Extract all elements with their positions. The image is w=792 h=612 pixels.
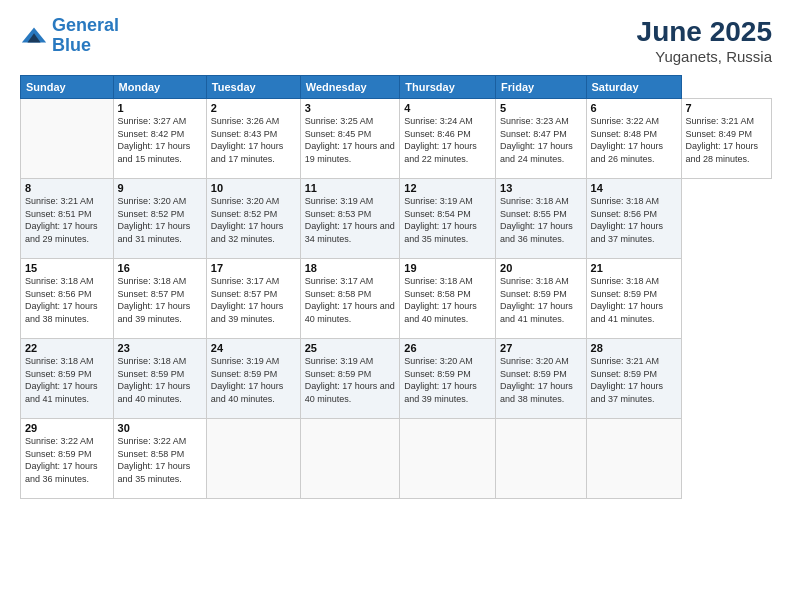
- day-number: 15: [25, 262, 109, 274]
- table-row: 12Sunrise: 3:19 AMSunset: 8:54 PMDayligh…: [400, 179, 496, 259]
- day-info: Sunrise: 3:18 AMSunset: 8:56 PMDaylight:…: [591, 195, 677, 245]
- day-number: 14: [591, 182, 677, 194]
- table-row: [300, 419, 400, 499]
- table-row: 29Sunrise: 3:22 AMSunset: 8:59 PMDayligh…: [21, 419, 114, 499]
- col-monday: Monday: [113, 76, 206, 99]
- day-number: 23: [118, 342, 202, 354]
- table-row: 19Sunrise: 3:18 AMSunset: 8:58 PMDayligh…: [400, 259, 496, 339]
- day-info: Sunrise: 3:18 AMSunset: 8:59 PMDaylight:…: [591, 275, 677, 325]
- day-number: 26: [404, 342, 491, 354]
- table-row: [496, 419, 586, 499]
- day-number: 22: [25, 342, 109, 354]
- table-row: 20Sunrise: 3:18 AMSunset: 8:59 PMDayligh…: [496, 259, 586, 339]
- day-info: Sunrise: 3:22 AMSunset: 8:48 PMDaylight:…: [591, 115, 677, 165]
- day-number: 19: [404, 262, 491, 274]
- table-row: 1Sunrise: 3:27 AMSunset: 8:42 PMDaylight…: [113, 99, 206, 179]
- table-row: [400, 419, 496, 499]
- day-info: Sunrise: 3:18 AMSunset: 8:58 PMDaylight:…: [404, 275, 491, 325]
- day-number: 28: [591, 342, 677, 354]
- logo-line1: General: [52, 15, 119, 35]
- day-number: 20: [500, 262, 581, 274]
- table-row: 3Sunrise: 3:25 AMSunset: 8:45 PMDaylight…: [300, 99, 400, 179]
- table-row: 17Sunrise: 3:17 AMSunset: 8:57 PMDayligh…: [206, 259, 300, 339]
- table-row: 13Sunrise: 3:18 AMSunset: 8:55 PMDayligh…: [496, 179, 586, 259]
- calendar-week-row: 29Sunrise: 3:22 AMSunset: 8:59 PMDayligh…: [21, 419, 772, 499]
- day-number: 2: [211, 102, 296, 114]
- day-info: Sunrise: 3:18 AMSunset: 8:56 PMDaylight:…: [25, 275, 109, 325]
- day-info: Sunrise: 3:21 AMSunset: 8:59 PMDaylight:…: [591, 355, 677, 405]
- day-number: 16: [118, 262, 202, 274]
- day-info: Sunrise: 3:17 AMSunset: 8:58 PMDaylight:…: [305, 275, 396, 325]
- day-number: 24: [211, 342, 296, 354]
- table-row: 10Sunrise: 3:20 AMSunset: 8:52 PMDayligh…: [206, 179, 300, 259]
- table-row: 11Sunrise: 3:19 AMSunset: 8:53 PMDayligh…: [300, 179, 400, 259]
- day-number: 18: [305, 262, 396, 274]
- calendar-table: Sunday Monday Tuesday Wednesday Thursday…: [20, 75, 772, 499]
- day-info: Sunrise: 3:23 AMSunset: 8:47 PMDaylight:…: [500, 115, 581, 165]
- day-number: 1: [118, 102, 202, 114]
- day-info: Sunrise: 3:20 AMSunset: 8:59 PMDaylight:…: [500, 355, 581, 405]
- table-row: 23Sunrise: 3:18 AMSunset: 8:59 PMDayligh…: [113, 339, 206, 419]
- table-row: 27Sunrise: 3:20 AMSunset: 8:59 PMDayligh…: [496, 339, 586, 419]
- day-number: 3: [305, 102, 396, 114]
- table-row: 22Sunrise: 3:18 AMSunset: 8:59 PMDayligh…: [21, 339, 114, 419]
- table-row: 6Sunrise: 3:22 AMSunset: 8:48 PMDaylight…: [586, 99, 681, 179]
- day-info: Sunrise: 3:18 AMSunset: 8:55 PMDaylight:…: [500, 195, 581, 245]
- day-number: 5: [500, 102, 581, 114]
- day-info: Sunrise: 3:18 AMSunset: 8:59 PMDaylight:…: [118, 355, 202, 405]
- day-info: Sunrise: 3:20 AMSunset: 8:59 PMDaylight:…: [404, 355, 491, 405]
- day-info: Sunrise: 3:22 AMSunset: 8:59 PMDaylight:…: [25, 435, 109, 485]
- table-row: 30Sunrise: 3:22 AMSunset: 8:58 PMDayligh…: [113, 419, 206, 499]
- logo-line2: Blue: [52, 35, 91, 55]
- calendar-week-row: 15Sunrise: 3:18 AMSunset: 8:56 PMDayligh…: [21, 259, 772, 339]
- table-row: 2Sunrise: 3:26 AMSunset: 8:43 PMDaylight…: [206, 99, 300, 179]
- table-row: 21Sunrise: 3:18 AMSunset: 8:59 PMDayligh…: [586, 259, 681, 339]
- day-info: Sunrise: 3:19 AMSunset: 8:53 PMDaylight:…: [305, 195, 396, 245]
- table-row: 7Sunrise: 3:21 AMSunset: 8:49 PMDaylight…: [681, 99, 771, 179]
- calendar-title: June 2025: [637, 16, 772, 48]
- day-info: Sunrise: 3:20 AMSunset: 8:52 PMDaylight:…: [118, 195, 202, 245]
- table-row: [206, 419, 300, 499]
- day-number: 7: [686, 102, 767, 114]
- table-row: [586, 419, 681, 499]
- table-row: 25Sunrise: 3:19 AMSunset: 8:59 PMDayligh…: [300, 339, 400, 419]
- logo: General Blue: [20, 16, 119, 56]
- day-number: 27: [500, 342, 581, 354]
- day-info: Sunrise: 3:27 AMSunset: 8:42 PMDaylight:…: [118, 115, 202, 165]
- day-number: 4: [404, 102, 491, 114]
- day-info: Sunrise: 3:19 AMSunset: 8:54 PMDaylight:…: [404, 195, 491, 245]
- day-number: 29: [25, 422, 109, 434]
- day-number: 17: [211, 262, 296, 274]
- day-number: 8: [25, 182, 109, 194]
- table-row: 9Sunrise: 3:20 AMSunset: 8:52 PMDaylight…: [113, 179, 206, 259]
- day-info: Sunrise: 3:20 AMSunset: 8:52 PMDaylight:…: [211, 195, 296, 245]
- calendar-header-row: Sunday Monday Tuesday Wednesday Thursday…: [21, 76, 772, 99]
- day-number: 25: [305, 342, 396, 354]
- logo-icon: [20, 22, 48, 50]
- day-info: Sunrise: 3:25 AMSunset: 8:45 PMDaylight:…: [305, 115, 396, 165]
- header: General Blue June 2025 Yuganets, Russia: [20, 16, 772, 65]
- empty-cell: [21, 99, 114, 179]
- table-row: 16Sunrise: 3:18 AMSunset: 8:57 PMDayligh…: [113, 259, 206, 339]
- day-info: Sunrise: 3:18 AMSunset: 8:59 PMDaylight:…: [25, 355, 109, 405]
- calendar-week-row: 1Sunrise: 3:27 AMSunset: 8:42 PMDaylight…: [21, 99, 772, 179]
- day-info: Sunrise: 3:26 AMSunset: 8:43 PMDaylight:…: [211, 115, 296, 165]
- day-number: 6: [591, 102, 677, 114]
- day-info: Sunrise: 3:24 AMSunset: 8:46 PMDaylight:…: [404, 115, 491, 165]
- day-number: 12: [404, 182, 491, 194]
- day-number: 30: [118, 422, 202, 434]
- col-saturday: Saturday: [586, 76, 681, 99]
- day-number: 21: [591, 262, 677, 274]
- col-tuesday: Tuesday: [206, 76, 300, 99]
- table-row: 24Sunrise: 3:19 AMSunset: 8:59 PMDayligh…: [206, 339, 300, 419]
- table-row: 26Sunrise: 3:20 AMSunset: 8:59 PMDayligh…: [400, 339, 496, 419]
- day-info: Sunrise: 3:18 AMSunset: 8:57 PMDaylight:…: [118, 275, 202, 325]
- day-info: Sunrise: 3:21 AMSunset: 8:49 PMDaylight:…: [686, 115, 767, 165]
- calendar-week-row: 22Sunrise: 3:18 AMSunset: 8:59 PMDayligh…: [21, 339, 772, 419]
- table-row: 5Sunrise: 3:23 AMSunset: 8:47 PMDaylight…: [496, 99, 586, 179]
- calendar-subtitle: Yuganets, Russia: [637, 48, 772, 65]
- day-info: Sunrise: 3:19 AMSunset: 8:59 PMDaylight:…: [305, 355, 396, 405]
- col-thursday: Thursday: [400, 76, 496, 99]
- day-number: 11: [305, 182, 396, 194]
- day-number: 9: [118, 182, 202, 194]
